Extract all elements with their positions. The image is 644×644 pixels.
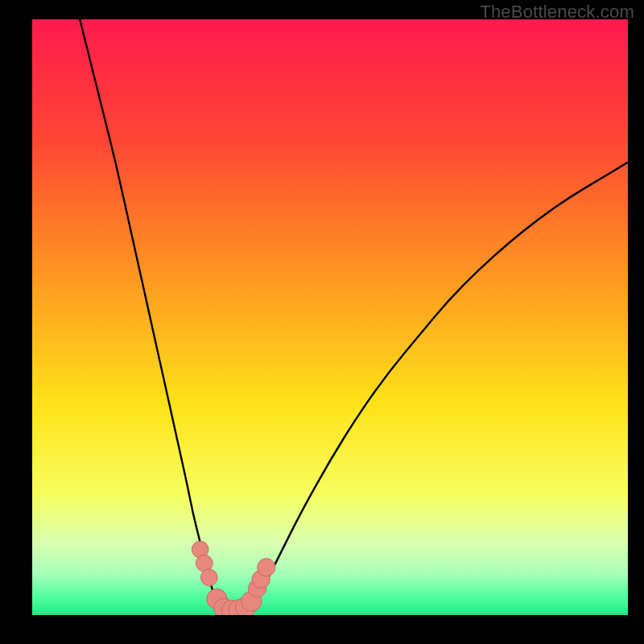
data-marker [200, 569, 217, 586]
bottleneck-chart [32, 19, 628, 615]
plot-area [32, 19, 628, 615]
chart-frame: TheBottleneck.com [0, 0, 644, 644]
data-marker [258, 559, 275, 576]
gradient-background [32, 19, 628, 615]
